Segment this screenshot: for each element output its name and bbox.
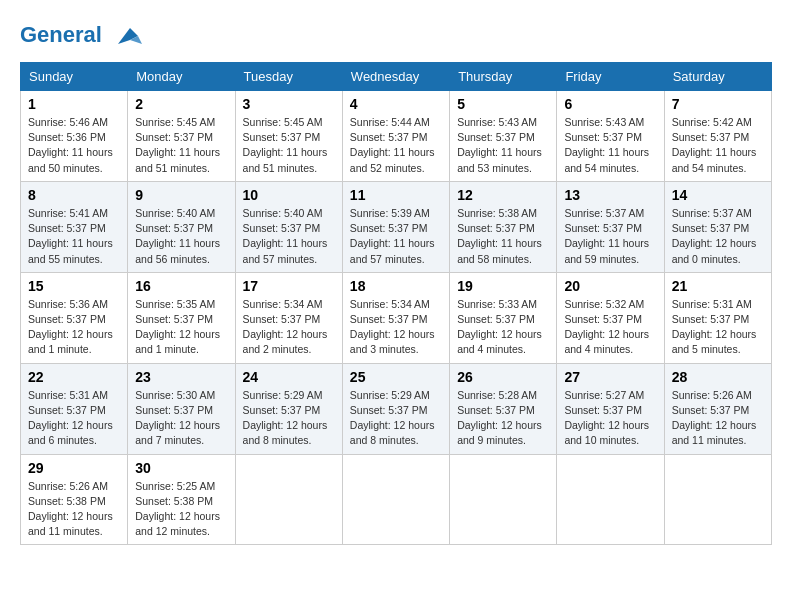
day-info: Sunrise: 5:30 AM Sunset: 5:37 PM Dayligh… <box>135 388 227 449</box>
calendar-cell: 30 Sunrise: 5:25 AM Sunset: 5:38 PM Dayl… <box>128 454 235 545</box>
day-info: Sunrise: 5:27 AM Sunset: 5:37 PM Dayligh… <box>564 388 656 449</box>
day-number: 19 <box>457 278 549 294</box>
calendar-cell: 28 Sunrise: 5:26 AM Sunset: 5:37 PM Dayl… <box>664 363 771 454</box>
day-info: Sunrise: 5:45 AM Sunset: 5:37 PM Dayligh… <box>135 115 227 176</box>
calendar-cell: 29 Sunrise: 5:26 AM Sunset: 5:38 PM Dayl… <box>21 454 128 545</box>
weekday-header-wednesday: Wednesday <box>342 63 449 91</box>
day-info: Sunrise: 5:39 AM Sunset: 5:37 PM Dayligh… <box>350 206 442 267</box>
logo: General <box>20 20 142 52</box>
day-number: 30 <box>135 460 227 476</box>
day-number: 17 <box>243 278 335 294</box>
calendar-cell: 20 Sunrise: 5:32 AM Sunset: 5:37 PM Dayl… <box>557 272 664 363</box>
day-info: Sunrise: 5:41 AM Sunset: 5:37 PM Dayligh… <box>28 206 120 267</box>
calendar-cell <box>235 454 342 545</box>
day-info: Sunrise: 5:44 AM Sunset: 5:37 PM Dayligh… <box>350 115 442 176</box>
day-info: Sunrise: 5:31 AM Sunset: 5:37 PM Dayligh… <box>672 297 764 358</box>
weekday-header-friday: Friday <box>557 63 664 91</box>
calendar-week-2: 8 Sunrise: 5:41 AM Sunset: 5:37 PM Dayli… <box>21 181 772 272</box>
day-number: 21 <box>672 278 764 294</box>
day-info: Sunrise: 5:46 AM Sunset: 5:36 PM Dayligh… <box>28 115 120 176</box>
day-number: 2 <box>135 96 227 112</box>
day-number: 29 <box>28 460 120 476</box>
day-info: Sunrise: 5:26 AM Sunset: 5:37 PM Dayligh… <box>672 388 764 449</box>
day-number: 11 <box>350 187 442 203</box>
weekday-header-thursday: Thursday <box>450 63 557 91</box>
day-info: Sunrise: 5:26 AM Sunset: 5:38 PM Dayligh… <box>28 479 120 540</box>
calendar-cell: 11 Sunrise: 5:39 AM Sunset: 5:37 PM Dayl… <box>342 181 449 272</box>
calendar-week-4: 22 Sunrise: 5:31 AM Sunset: 5:37 PM Dayl… <box>21 363 772 454</box>
day-info: Sunrise: 5:33 AM Sunset: 5:37 PM Dayligh… <box>457 297 549 358</box>
calendar-cell: 6 Sunrise: 5:43 AM Sunset: 5:37 PM Dayli… <box>557 91 664 182</box>
day-number: 23 <box>135 369 227 385</box>
day-number: 4 <box>350 96 442 112</box>
calendar-cell: 12 Sunrise: 5:38 AM Sunset: 5:37 PM Dayl… <box>450 181 557 272</box>
calendar-cell: 1 Sunrise: 5:46 AM Sunset: 5:36 PM Dayli… <box>21 91 128 182</box>
day-info: Sunrise: 5:42 AM Sunset: 5:37 PM Dayligh… <box>672 115 764 176</box>
page-header: General <box>20 20 772 52</box>
day-number: 9 <box>135 187 227 203</box>
day-number: 14 <box>672 187 764 203</box>
day-number: 15 <box>28 278 120 294</box>
day-info: Sunrise: 5:35 AM Sunset: 5:37 PM Dayligh… <box>135 297 227 358</box>
weekday-header-saturday: Saturday <box>664 63 771 91</box>
calendar-week-1: 1 Sunrise: 5:46 AM Sunset: 5:36 PM Dayli… <box>21 91 772 182</box>
day-info: Sunrise: 5:36 AM Sunset: 5:37 PM Dayligh… <box>28 297 120 358</box>
day-number: 1 <box>28 96 120 112</box>
day-number: 3 <box>243 96 335 112</box>
calendar-cell: 2 Sunrise: 5:45 AM Sunset: 5:37 PM Dayli… <box>128 91 235 182</box>
calendar-cell: 15 Sunrise: 5:36 AM Sunset: 5:37 PM Dayl… <box>21 272 128 363</box>
day-info: Sunrise: 5:34 AM Sunset: 5:37 PM Dayligh… <box>243 297 335 358</box>
calendar-cell: 23 Sunrise: 5:30 AM Sunset: 5:37 PM Dayl… <box>128 363 235 454</box>
day-number: 22 <box>28 369 120 385</box>
calendar-cell: 8 Sunrise: 5:41 AM Sunset: 5:37 PM Dayli… <box>21 181 128 272</box>
logo-general: General <box>20 22 102 47</box>
day-info: Sunrise: 5:34 AM Sunset: 5:37 PM Dayligh… <box>350 297 442 358</box>
day-info: Sunrise: 5:32 AM Sunset: 5:37 PM Dayligh… <box>564 297 656 358</box>
day-number: 5 <box>457 96 549 112</box>
day-number: 10 <box>243 187 335 203</box>
day-info: Sunrise: 5:37 AM Sunset: 5:37 PM Dayligh… <box>564 206 656 267</box>
day-number: 8 <box>28 187 120 203</box>
day-number: 6 <box>564 96 656 112</box>
day-info: Sunrise: 5:40 AM Sunset: 5:37 PM Dayligh… <box>135 206 227 267</box>
calendar-cell: 3 Sunrise: 5:45 AM Sunset: 5:37 PM Dayli… <box>235 91 342 182</box>
day-number: 18 <box>350 278 442 294</box>
calendar-cell: 16 Sunrise: 5:35 AM Sunset: 5:37 PM Dayl… <box>128 272 235 363</box>
calendar-cell: 10 Sunrise: 5:40 AM Sunset: 5:37 PM Dayl… <box>235 181 342 272</box>
weekday-header-sunday: Sunday <box>21 63 128 91</box>
day-number: 20 <box>564 278 656 294</box>
calendar-cell: 24 Sunrise: 5:29 AM Sunset: 5:37 PM Dayl… <box>235 363 342 454</box>
calendar-cell: 7 Sunrise: 5:42 AM Sunset: 5:37 PM Dayli… <box>664 91 771 182</box>
calendar-cell: 25 Sunrise: 5:29 AM Sunset: 5:37 PM Dayl… <box>342 363 449 454</box>
day-info: Sunrise: 5:43 AM Sunset: 5:37 PM Dayligh… <box>564 115 656 176</box>
day-info: Sunrise: 5:31 AM Sunset: 5:37 PM Dayligh… <box>28 388 120 449</box>
day-info: Sunrise: 5:45 AM Sunset: 5:37 PM Dayligh… <box>243 115 335 176</box>
day-info: Sunrise: 5:25 AM Sunset: 5:38 PM Dayligh… <box>135 479 227 540</box>
calendar-cell <box>342 454 449 545</box>
calendar-week-5: 29 Sunrise: 5:26 AM Sunset: 5:38 PM Dayl… <box>21 454 772 545</box>
calendar-cell <box>557 454 664 545</box>
weekday-header-row: SundayMondayTuesdayWednesdayThursdayFrid… <box>21 63 772 91</box>
calendar-cell: 19 Sunrise: 5:33 AM Sunset: 5:37 PM Dayl… <box>450 272 557 363</box>
calendar-week-3: 15 Sunrise: 5:36 AM Sunset: 5:37 PM Dayl… <box>21 272 772 363</box>
day-info: Sunrise: 5:43 AM Sunset: 5:37 PM Dayligh… <box>457 115 549 176</box>
calendar-cell: 26 Sunrise: 5:28 AM Sunset: 5:37 PM Dayl… <box>450 363 557 454</box>
day-info: Sunrise: 5:29 AM Sunset: 5:37 PM Dayligh… <box>243 388 335 449</box>
calendar-cell: 18 Sunrise: 5:34 AM Sunset: 5:37 PM Dayl… <box>342 272 449 363</box>
calendar-cell <box>664 454 771 545</box>
day-number: 26 <box>457 369 549 385</box>
calendar-cell: 5 Sunrise: 5:43 AM Sunset: 5:37 PM Dayli… <box>450 91 557 182</box>
day-number: 28 <box>672 369 764 385</box>
day-info: Sunrise: 5:28 AM Sunset: 5:37 PM Dayligh… <box>457 388 549 449</box>
calendar-cell: 4 Sunrise: 5:44 AM Sunset: 5:37 PM Dayli… <box>342 91 449 182</box>
calendar-cell <box>450 454 557 545</box>
day-number: 16 <box>135 278 227 294</box>
day-number: 7 <box>672 96 764 112</box>
calendar-cell: 27 Sunrise: 5:27 AM Sunset: 5:37 PM Dayl… <box>557 363 664 454</box>
calendar-cell: 21 Sunrise: 5:31 AM Sunset: 5:37 PM Dayl… <box>664 272 771 363</box>
day-number: 25 <box>350 369 442 385</box>
calendar-table: SundayMondayTuesdayWednesdayThursdayFrid… <box>20 62 772 545</box>
calendar-cell: 22 Sunrise: 5:31 AM Sunset: 5:37 PM Dayl… <box>21 363 128 454</box>
day-info: Sunrise: 5:37 AM Sunset: 5:37 PM Dayligh… <box>672 206 764 267</box>
calendar-cell: 13 Sunrise: 5:37 AM Sunset: 5:37 PM Dayl… <box>557 181 664 272</box>
